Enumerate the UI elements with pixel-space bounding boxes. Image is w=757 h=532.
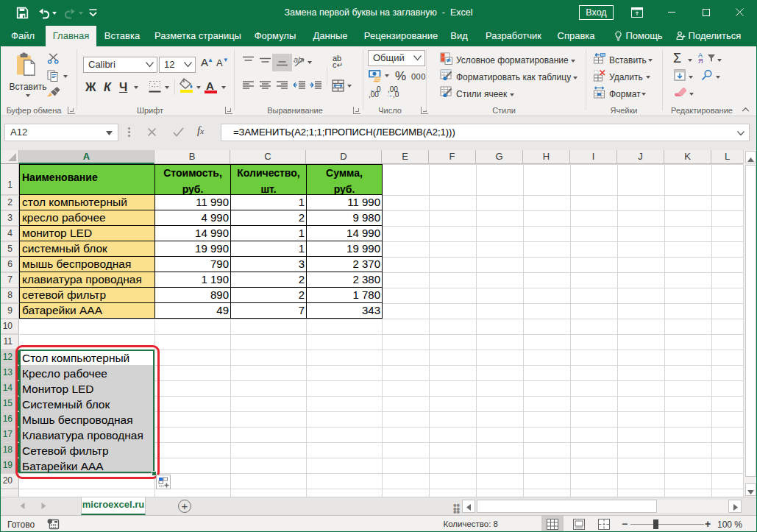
svg-text:ab: ab [294,55,302,64]
